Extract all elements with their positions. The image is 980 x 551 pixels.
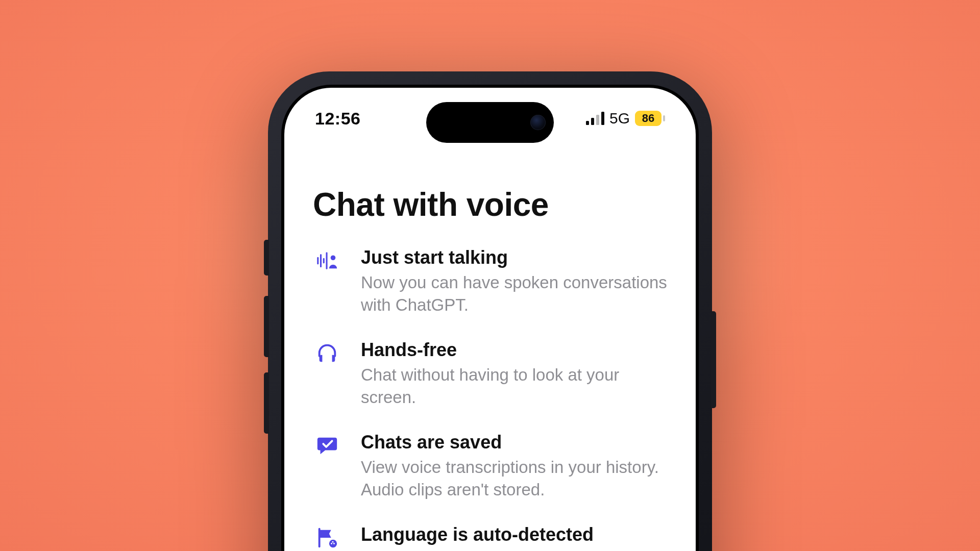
feature-desc: You can specify a preferred language in …: [361, 548, 667, 551]
svg-point-6: [331, 543, 332, 544]
phone-inner-frame: 12:56 5G 86 Chat with voice: [281, 85, 699, 551]
svg-point-5: [329, 540, 337, 547]
status-time: 12:56: [315, 109, 360, 129]
volume-down: [264, 372, 269, 434]
battery-indicator: 86: [635, 111, 665, 126]
flag-globe-icon: [313, 524, 341, 549]
app-content: Chat with voice: [284, 164, 696, 551]
status-indicators: 5G 86: [586, 110, 665, 127]
feature-desc: Chat without having to look at your scre…: [361, 364, 667, 408]
feature-title: Chats are saved: [361, 432, 667, 453]
phone-screen: 12:56 5G 86 Chat with voice: [284, 88, 696, 551]
feature-desc: View voice transcriptions in your histor…: [361, 456, 667, 500]
feature-text: Hands-free Chat without having to look a…: [361, 339, 667, 408]
feature-item: Hands-free Chat without having to look a…: [313, 339, 667, 408]
network-type: 5G: [609, 110, 630, 127]
feature-text: Chats are saved View voice transcription…: [361, 432, 667, 500]
svg-point-8: [332, 541, 334, 543]
feature-item: Language is auto-detected You can specif…: [313, 524, 667, 551]
feature-title: Just start talking: [361, 247, 667, 268]
feature-list: Just start talking Now you can have spok…: [313, 247, 667, 551]
volume-up: [264, 296, 269, 357]
phone-mockup: 12:56 5G 86 Chat with voice: [268, 71, 712, 551]
feature-item: Just start talking Now you can have spok…: [313, 247, 667, 316]
power-button: [711, 311, 716, 408]
cellular-signal-icon: [586, 112, 604, 125]
feature-title: Hands-free: [361, 339, 667, 361]
feature-desc: Now you can have spoken conversations wi…: [361, 271, 667, 316]
battery-cap: [663, 115, 665, 121]
feature-title: Language is auto-detected: [361, 524, 667, 545]
voice-person-icon: [313, 247, 341, 272]
svg-point-7: [333, 543, 335, 544]
feature-text: Just start talking Now you can have spok…: [361, 247, 667, 316]
feature-text: Language is auto-detected You can specif…: [361, 524, 667, 551]
battery-level: 86: [635, 111, 662, 126]
phone-frame: 12:56 5G 86 Chat with voice: [268, 71, 712, 551]
dynamic-island: [426, 102, 554, 143]
front-camera: [530, 115, 546, 130]
chat-check-icon: [313, 432, 341, 457]
headphones-icon: [313, 339, 341, 365]
svg-point-4: [331, 255, 336, 260]
feature-item: Chats are saved View voice transcription…: [313, 432, 667, 500]
page-title: Chat with voice: [313, 186, 667, 223]
mute-switch: [264, 240, 269, 276]
